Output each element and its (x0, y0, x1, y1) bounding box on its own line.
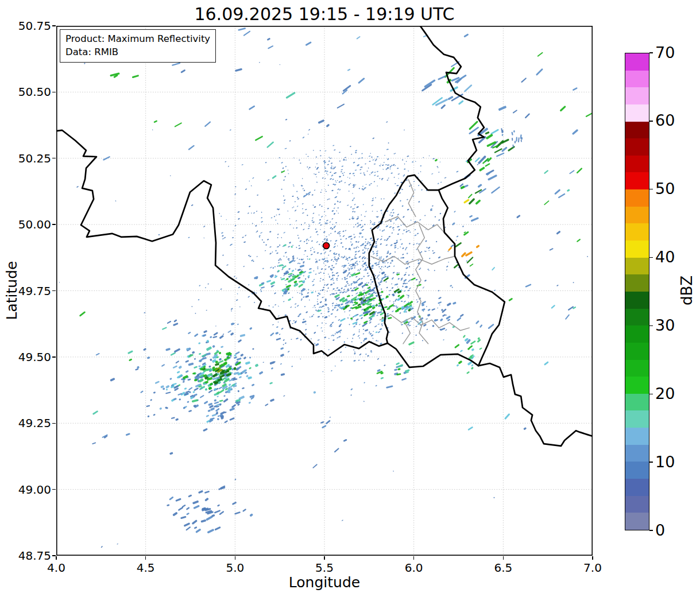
colorbar-band (625, 479, 649, 496)
colorbar-tick-label: 60 (655, 111, 690, 129)
y-tick-label: 50.00 (11, 218, 51, 231)
y-tick-label: 49.00 (11, 483, 51, 497)
x-tick-mark (235, 556, 235, 560)
colorbar-tick-mark (649, 257, 653, 258)
colorbar-tick-label: 30 (655, 316, 690, 334)
colorbar-band (625, 428, 649, 445)
x-tick-label: 4.0 (39, 561, 74, 575)
product-info-box: Product: Maximum Reflectivity Data: RMIB (60, 29, 216, 63)
y-axis-label: Latitude (3, 261, 20, 320)
colorbar-tick-label: 70 (655, 44, 690, 61)
colorbar-band (625, 343, 649, 360)
x-tick-mark (592, 556, 593, 560)
x-tick-mark (56, 556, 56, 560)
grid-lines (56, 26, 593, 556)
colorbar-tick-mark (649, 530, 653, 531)
y-tick-mark (52, 224, 56, 224)
x-tick-label: 6.5 (486, 561, 520, 575)
x-tick-label: 6.0 (397, 561, 431, 575)
colorbar-band (625, 309, 649, 326)
colorbar-band (625, 156, 649, 173)
colorbar-band (625, 138, 649, 156)
y-tick-mark (52, 158, 56, 158)
colorbar-band (625, 71, 649, 88)
x-axis-label: Longitude (289, 574, 360, 591)
colorbar-band (625, 87, 649, 104)
y-tick-mark (52, 290, 56, 291)
colorbar-band (625, 410, 649, 428)
colorbar-band (625, 325, 649, 343)
y-tick-label: 50.25 (11, 152, 51, 165)
radar-figure: 16.09.2025 19:15 - 19:19 UTC Product: Ma… (0, 0, 700, 597)
colorbar-band (625, 53, 649, 71)
y-tick-mark (52, 489, 56, 490)
colorbar-tick-label: 20 (655, 385, 690, 402)
colorbar-band (625, 445, 649, 462)
colorbar-band (625, 496, 649, 513)
colorbar-tick-mark (649, 52, 653, 53)
x-tick-label: 5.5 (307, 561, 342, 575)
radar-site-marker (323, 243, 330, 249)
colorbar-tick-label: 50 (655, 180, 690, 197)
y-tick-label: 50.50 (11, 85, 51, 99)
figure-title: 16.09.2025 19:15 - 19:19 UTC (194, 4, 454, 24)
colorbar-band (625, 377, 649, 394)
colorbar-band (625, 104, 649, 122)
y-tick-label: 50.75 (11, 19, 51, 33)
x-tick-label: 7.0 (575, 561, 610, 575)
y-tick-label: 49.50 (11, 350, 51, 364)
colorbar-tick-label: 0 (655, 521, 690, 539)
y-tick-label: 49.25 (11, 416, 51, 430)
colorbar-band (625, 207, 649, 224)
y-tick-mark (52, 555, 56, 556)
colorbar-tick-mark (649, 394, 653, 395)
x-tick-mark (324, 556, 324, 560)
map-plot-area (56, 26, 593, 556)
x-tick-mark (413, 556, 414, 560)
x-tick-mark (503, 556, 504, 560)
x-tick-label: 4.5 (129, 561, 163, 575)
colorbar-band (625, 462, 649, 479)
colorbar-tick-label: 40 (655, 248, 690, 266)
colorbar-band (625, 360, 649, 377)
colorbar-band (625, 394, 649, 411)
colorbar-band (625, 513, 649, 530)
y-tick-mark (52, 423, 56, 424)
colorbar-band (625, 223, 649, 241)
colorbar-band (625, 292, 649, 309)
product-label: Product: Maximum Reflectivity (65, 32, 210, 45)
colorbar-unit-label: dBZ (678, 276, 695, 305)
colorbar (625, 53, 649, 530)
colorbar-tick-mark (649, 189, 653, 190)
colorbar-band (625, 258, 649, 275)
colorbar-band (625, 122, 649, 139)
colorbar-band (625, 241, 649, 258)
y-tick-label: 48.75 (11, 549, 51, 563)
colorbar-tick-label: 10 (655, 453, 690, 471)
y-tick-mark (52, 25, 56, 26)
colorbar-band (625, 172, 649, 189)
x-tick-label: 5.0 (218, 561, 252, 575)
x-tick-mark (145, 556, 146, 560)
colorbar-band (625, 189, 649, 207)
colorbar-tick-mark (649, 462, 653, 463)
colorbar-tick-mark (649, 121, 653, 122)
colorbar-band (625, 274, 649, 292)
y-tick-mark (52, 356, 56, 357)
y-tick-mark (52, 92, 56, 92)
data-source-label: Data: RMIB (65, 45, 210, 59)
colorbar-tick-mark (649, 325, 653, 327)
